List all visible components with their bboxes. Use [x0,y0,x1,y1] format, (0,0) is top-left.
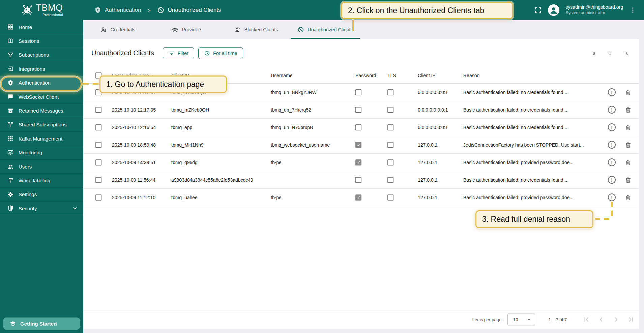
sidebar-item-label: Kafka Management [19,136,62,142]
table-row[interactable]: 2025-10-10 12:17:05 tbmq_mZKcb0OH tbmq_u… [83,101,639,119]
tab-credentials[interactable]: Credentials [83,20,152,39]
sidebar-nav: Home Sessions Subscriptions Integrations… [0,20,83,215]
gear-icon [172,26,178,33]
cell-reason: Basic authentication failed: no credenti… [463,90,598,95]
table-row[interactable]: 2025-10-09 14:39:51 tbmq_q96dg tb-pe 127… [83,154,639,171]
sidebar-item-security[interactable]: Security [0,202,83,215]
denial-reason-icon[interactable] [608,88,616,96]
column-password[interactable]: Password [353,73,387,78]
refresh-button[interactable] [606,49,614,57]
sidebar-item-label: Subscriptions [19,52,49,58]
table-row[interactable]: 2025-10-09 11:56:44 a9803d84a3844c55a6e2… [83,171,639,189]
cell-username: tbmq_un_7Hrcrq52 [267,107,353,113]
delete-row-icon[interactable] [624,141,632,149]
previous-page-button[interactable] [597,315,605,324]
sidebar-item-home[interactable]: Home [0,20,83,34]
call-split-icon [7,121,14,128]
sidebar-item-shared-subscriptions[interactable]: Shared Subscriptions [0,118,83,132]
delete-row-icon[interactable] [624,194,632,201]
cell-client-ip: 127.0.0.1 [417,195,463,200]
cell-username: tb-pe [267,195,353,200]
cell-last-update-time: 2025-10-10 12:16:54 [105,125,168,130]
denial-reason-icon[interactable] [608,176,616,184]
table-row[interactable]: 2025-10-10 12:16:54 tbmq_app tbmq_un_N75… [83,119,639,136]
column-reason[interactable]: Reason [463,73,598,78]
cell-client-ip: 127.0.0.1 [417,142,463,148]
items-per-page-select[interactable]: 10 [507,313,535,326]
sidebar-item-authentication[interactable]: Authentication [0,76,83,90]
breadcrumb-parent[interactable]: Authentication [105,7,141,13]
delete-row-icon[interactable] [624,159,632,166]
cell-reason: Basic authentication failed: no credenti… [463,177,598,183]
cell-reason: JedisConnectionFactory has been STOPPED.… [463,142,598,148]
next-page-button[interactable] [612,315,620,324]
delete-row-icon[interactable] [624,106,632,114]
sidebar-item-label: Users [19,164,32,170]
row-checkbox[interactable] [95,107,101,113]
gear-icon [7,191,14,198]
cell-reason: Basic authentication failed: no credenti… [463,125,598,130]
row-checkbox[interactable] [95,124,101,130]
breadcrumb: Authentication > Unauthorized Clients [94,6,221,14]
page-range: 1 – 7 of 7 [549,317,567,322]
sidebar-item-users[interactable]: Users [0,160,83,174]
sidebar-item-label: Shared Subscriptions [19,122,67,127]
row-checkbox[interactable] [95,159,101,165]
cell-client-ip: 127.0.0.1 [417,160,463,165]
column-username[interactable]: Username [267,73,353,78]
sidebar-item-label: Retained Messages [19,108,63,114]
sidebar: TBMQ Professional Home Sessions Subscrip… [0,0,83,333]
page-title: Unauthorized Clients [91,49,154,57]
denial-reason-icon[interactable] [608,193,616,201]
fullscreen-button[interactable] [534,6,542,14]
filter-button-label: Filter [178,51,188,56]
tab-label: Credentials [111,27,135,32]
tab-providers[interactable]: Providers [152,20,222,39]
denial-reason-icon[interactable] [608,123,616,131]
tls-checkbox [387,177,393,183]
tab-blocked-clients[interactable]: Blocked Clients [222,20,291,39]
denial-reason-icon[interactable] [608,158,616,166]
tab-label: Unauthorized Clients [308,27,353,32]
delete-row-icon[interactable] [624,176,632,184]
column-tls[interactable]: TLS [387,73,417,78]
credentials-icon [100,26,107,33]
dashboard-icon [7,24,14,30]
getting-started-button[interactable]: Getting Started [3,317,80,330]
denial-reason-icon[interactable] [608,106,616,114]
tab-label: Blocked Clients [244,27,278,32]
column-client-ip[interactable]: Client IP [417,73,463,78]
sidebar-item-websocket-client[interactable]: WebSocket Client [0,90,83,104]
sidebar-item-subscriptions[interactable]: Subscriptions [0,48,83,62]
sidebar-item-monitoring[interactable]: Monitoring [0,146,83,160]
last-page-button[interactable] [627,315,635,324]
paint-icon [7,177,14,184]
more-vert-icon[interactable] [629,6,637,14]
table-row[interactable]: 2025-10-09 11:12:10 tbmq_uahee tb-pe 127… [83,189,639,206]
sidebar-item-sessions[interactable]: Sessions [0,34,83,48]
sidebar-item-integrations[interactable]: Integrations [0,62,83,76]
time-range-button[interactable]: For all time [198,47,243,59]
filter-button[interactable]: Filter [163,47,194,59]
logo: TBMQ Professional [0,0,83,20]
sidebar-item-settings[interactable]: Settings [0,188,83,202]
graduation-cap-icon [9,320,16,327]
sidebar-item-retained-messages[interactable]: Retained Messages [0,104,83,118]
row-checkbox[interactable] [95,142,101,148]
row-checkbox[interactable] [95,194,101,201]
first-page-button[interactable] [582,315,590,324]
delete-row-icon[interactable] [624,89,632,96]
sidebar-item-kafka-management[interactable]: Kafka Management [0,132,83,146]
sidebar-item-label: Sessions [19,38,39,44]
cell-client-ip: 0:0:0:0:0:0:0:1 [417,90,463,95]
avatar[interactable] [548,4,559,16]
cell-client-ip: 127.0.0.1 [417,177,463,183]
search-button[interactable] [622,49,630,57]
delete-all-button[interactable] [590,49,598,57]
table-row[interactable]: 2025-10-09 18:59:48 tbmq_Mlrf1Nh9 tbmq_w… [83,136,639,154]
sidebar-item-white-labeling[interactable]: White labeling [0,174,83,187]
tab-unauthorized-clients[interactable]: Unauthorized Clients [291,20,360,39]
delete-row-icon[interactable] [624,124,632,131]
row-checkbox[interactable] [95,177,101,183]
denial-reason-icon[interactable] [608,141,616,149]
